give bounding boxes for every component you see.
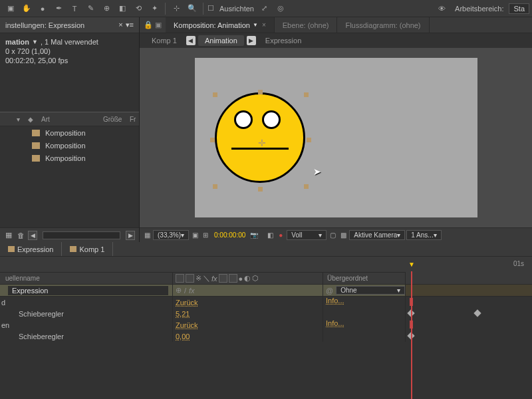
sel-handle[interactable] (258, 90, 263, 94)
tl-tab-expression[interactable]: Expression (0, 242, 62, 256)
roi-icon[interactable]: ▢ (328, 231, 337, 240)
prop-track[interactable] (406, 331, 532, 342)
col-fr[interactable]: Fr (126, 116, 139, 123)
channel-icon[interactable]: ◧ (265, 231, 275, 240)
color-icon[interactable]: ● (276, 231, 285, 240)
zoom-dropdown[interactable]: (33,3%) ▾ (153, 230, 189, 240)
selection-tool-icon[interactable]: ▣ (4, 2, 17, 15)
bc-prev-icon[interactable]: ◀ (186, 36, 196, 45)
playhead-icon[interactable]: ▼ (408, 261, 415, 268)
roto-tool-icon[interactable]: ⟲ (132, 2, 145, 15)
brush-tool-icon[interactable]: ✎ (84, 2, 97, 15)
bin-icon[interactable]: ▦ (4, 231, 13, 240)
bc-item[interactable]: Komp 1 (145, 35, 184, 46)
bc-item[interactable]: Expression (259, 35, 308, 46)
resolution-dropdown[interactable]: Voll ▾ (287, 230, 327, 240)
text-tool-icon[interactable]: T (68, 2, 81, 15)
search-icon[interactable]: 🔍 (186, 2, 199, 15)
sel-handle[interactable] (213, 92, 217, 97)
value-link[interactable]: 0,00 (176, 332, 190, 340)
pickwhip-icon[interactable]: @ (326, 287, 333, 295)
col-art[interactable]: Art (37, 116, 99, 123)
tl-tab-komp[interactable]: Komp 1 (62, 242, 113, 256)
axis-tool-icon[interactable]: ⊹ (170, 2, 183, 15)
sort-arrow-icon[interactable]: ▾ (0, 116, 24, 123)
delete-icon[interactable]: 🗑 (16, 231, 25, 240)
workspace-dropdown[interactable]: Sta (509, 3, 529, 14)
bc-item[interactable]: Animation (198, 35, 244, 46)
tab-dropdown-icon[interactable]: ▼ (253, 22, 258, 28)
info-link[interactable]: Info... (326, 297, 344, 305)
dropdown-icon[interactable]: ▼ (32, 37, 38, 47)
layer-track[interactable] (406, 285, 532, 296)
anchor-icon[interactable]: ✛ (258, 138, 266, 148)
snap-icon[interactable]: ⤢ (258, 2, 271, 15)
col-size[interactable]: Größe (99, 116, 126, 123)
label-col-icon[interactable]: ◆ (24, 116, 37, 123)
puppet-tool-icon[interactable]: ✦ (148, 2, 161, 15)
res-grid-icon[interactable]: ⊞ (201, 231, 210, 240)
snapshot-icon[interactable]: 📷 (249, 231, 259, 240)
switch-icon[interactable] (229, 274, 237, 283)
sel-handle[interactable] (210, 138, 215, 142)
panel-header: instellungen: Expression × ▾≡ (0, 17, 139, 33)
camera-dropdown[interactable]: Aktive Kamera ▾ (349, 230, 405, 240)
workspace-icon[interactable]: 👁 (435, 2, 448, 15)
scroll-left-icon[interactable]: ◀ (28, 231, 37, 240)
switch-icon[interactable] (186, 274, 194, 283)
value-link[interactable]: Zurück (176, 321, 198, 329)
grid-icon[interactable]: ▦ (142, 231, 152, 240)
value-link[interactable]: 5,21 (176, 310, 190, 318)
checkbox-icon[interactable]: ☐ (206, 4, 215, 13)
prop-track[interactable] (406, 308, 532, 319)
tab-layer[interactable]: Ebene: (ohne) (275, 17, 338, 33)
composition-icon (32, 142, 40, 149)
tab-flowchart[interactable]: Flussdiagramm: (ohne) (337, 17, 429, 33)
sel-handle[interactable] (307, 138, 311, 142)
project-item[interactable]: Komposition (0, 126, 139, 139)
align-label: Ausrichten (219, 5, 254, 13)
pen-tool-icon[interactable]: ✒ (52, 2, 65, 15)
keyframe-icon[interactable] (473, 309, 481, 317)
project-item[interactable]: Komposition (0, 152, 139, 164)
tab-composition[interactable]: Komposition: Animation ▼ × (166, 17, 275, 33)
bc-next-icon[interactable]: ▶ (247, 36, 256, 45)
project-item[interactable]: Komposition (0, 139, 139, 152)
h-scrollbar[interactable] (43, 231, 120, 239)
target-icon[interactable]: ◎ (274, 2, 287, 15)
scroll-right-icon[interactable]: ▶ (126, 231, 135, 240)
sel-handle[interactable] (304, 92, 309, 97)
close-icon[interactable]: × (262, 21, 266, 29)
layer-name-field[interactable]: Expression (8, 286, 168, 295)
clone-tool-icon[interactable]: ⊕ (100, 2, 113, 15)
sel-handle[interactable] (258, 187, 263, 192)
sel-handle[interactable] (213, 184, 217, 189)
switch-icon[interactable] (176, 274, 184, 283)
parent-dropdown[interactable]: Ohne▾ (336, 286, 405, 295)
panel-menu-icon[interactable]: ▾≡ (126, 21, 134, 29)
panel-close-icon[interactable]: × (118, 21, 122, 29)
sel-handle[interactable] (304, 184, 309, 189)
composition-viewport[interactable]: ✛ ➤ (195, 58, 477, 217)
res-half-icon[interactable]: ▣ (190, 231, 200, 240)
views-dropdown[interactable]: 1 Ans... ▾ (406, 230, 441, 240)
transparency-icon[interactable]: ▩ (338, 231, 348, 240)
canvas[interactable]: ✛ ➤ (140, 48, 532, 227)
eraser-tool-icon[interactable]: ◧ (116, 2, 129, 15)
prop-track[interactable] (406, 297, 532, 308)
col-source[interactable]: uellenname (0, 273, 173, 284)
property-row: Schieberegler 0,00 (0, 331, 532, 342)
timeline-ruler[interactable]: ▼ 01s (406, 257, 532, 273)
prop-track[interactable] (406, 319, 532, 331)
zoom-tool-icon[interactable]: ● (36, 2, 49, 15)
layer-row[interactable]: Expression ⊕ / fx @ Ohne▾ (0, 285, 532, 297)
playhead-line[interactable] (411, 271, 412, 399)
timecode[interactable]: 0:00:00:00 (211, 230, 248, 240)
lock-icon[interactable]: 🔒 (144, 21, 153, 29)
value-link[interactable]: Zurück (176, 299, 198, 307)
hand-tool-icon[interactable]: ✋ (20, 2, 33, 15)
col-parent[interactable]: Übergeordnet (323, 273, 406, 284)
info-link[interactable]: Info... (326, 319, 344, 327)
switch-icon[interactable] (219, 274, 227, 283)
switch-icon[interactable]: ⊕ (176, 286, 182, 295)
